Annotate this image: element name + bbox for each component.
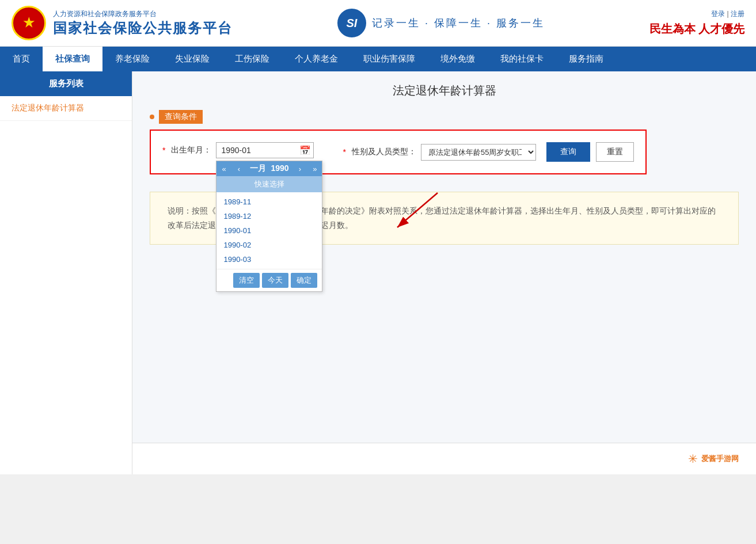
birth-field: * 出生年月： 📅 « ‹ <box>162 142 314 158</box>
birth-label: 出生年月： <box>171 145 211 155</box>
header-title: 国家社会保险公共服务平台 <box>53 19 233 37</box>
calendar-icon[interactable]: 📅 <box>299 145 311 156</box>
footer-brand: 爱酱手游网 <box>701 454 739 464</box>
nav-item-jinwaimianshui[interactable]: 境外免缴 <box>428 47 488 71</box>
dp-nav: « ‹ 一月 1990 › » <box>216 161 322 176</box>
dp-quick-select[interactable]: 快速选择 <box>216 176 322 192</box>
dp-confirm-btn[interactable]: 确定 <box>291 273 317 288</box>
header-right: 登录 | 注册 民生為本 人才優先 <box>649 9 744 37</box>
full-content: 法定退休年龄计算器 查询条件 * 出生年月： � <box>132 71 756 474</box>
query-button[interactable]: 查询 <box>546 142 590 162</box>
header-login: 登录 | 注册 <box>711 9 744 19</box>
form-area: * 出生年月： 📅 « ‹ <box>150 130 739 174</box>
dp-next-btn[interactable]: › <box>297 165 303 173</box>
title-block: 人力资源和社会保障政务服务平台 国家社会保险公共服务平台 <box>53 9 233 37</box>
action-btns: 查询 重置 <box>546 142 634 162</box>
gender-field: * 性别及人员类型： 原法定退休年龄55周岁女职工 原法定退休年龄60周岁男职工… <box>343 142 633 162</box>
dp-year-label: 1990 <box>271 163 288 174</box>
sidebar: 服务列表 法定退休年龄计算器 <box>0 71 132 474</box>
dp-month-label: 一月 <box>250 163 266 174</box>
dp-list-item-0[interactable]: 1989-11 <box>216 195 322 209</box>
nav-item-shebaocard[interactable]: 我的社保卡 <box>488 47 556 71</box>
main-nav: 首页 社保查询 养老保险 失业保险 工伤保险 个人养老金 职业伤害保障 境外免缴… <box>0 47 756 71</box>
gender-label: 性别及人员类型： <box>352 147 416 157</box>
header-left: ★ 人力资源和社会保障政务服务平台 国家社会保险公共服务平台 <box>12 6 233 40</box>
form-box: * 出生年月： 📅 « ‹ <box>150 130 647 174</box>
dp-list-item-2[interactable]: 1990-01 <box>216 223 322 238</box>
query-section-label: 查询条件 <box>150 110 739 124</box>
si-logo: SI <box>337 9 366 37</box>
sidebar-header: 服务列表 <box>0 71 132 96</box>
query-dot <box>150 115 154 119</box>
sidebar-item-calculator[interactable]: 法定退休年龄计算器 <box>0 96 132 121</box>
nav-item-zhiyeshanghai[interactable]: 职业伤害保障 <box>351 47 428 71</box>
date-picker-dropdown: « ‹ 一月 1990 › » 快 <box>216 161 322 292</box>
register-link[interactable]: 注册 <box>731 10 744 18</box>
required-star-birth: * <box>162 146 165 155</box>
page-title: 法定退休年龄计算器 <box>150 83 739 98</box>
dp-nav-title: 一月 1990 <box>250 163 288 174</box>
nav-item-home[interactable]: 首页 <box>0 47 43 71</box>
dp-next-next-btn[interactable]: » <box>311 165 318 173</box>
dp-list-item-3[interactable]: 1990-02 <box>216 238 322 252</box>
nav-item-shebao[interactable]: 社保查询 <box>43 47 102 71</box>
header-subtitle: 人力资源和社会保障政务服务平台 <box>53 9 233 19</box>
header-top: ★ 人力资源和社会保障政务服务平台 国家社会保险公共服务平台 SI 记录一生 ·… <box>0 0 756 46</box>
form-row: * 出生年月： 📅 « ‹ <box>162 142 634 162</box>
required-star-gender: * <box>343 147 345 157</box>
dp-list-item-4[interactable]: 1990-03 <box>216 252 322 267</box>
nav-item-gerenyangjin[interactable]: 个人养老金 <box>282 47 351 71</box>
query-section-title: 查询条件 <box>159 110 203 124</box>
dp-prev-prev-btn[interactable]: « <box>220 165 227 173</box>
header: ★ 人力资源和社会保障政务服务平台 国家社会保险公共服务平台 SI 记录一生 ·… <box>0 0 756 47</box>
dp-footer: 清空 今天 确定 <box>216 269 322 291</box>
dp-today-btn[interactable]: 今天 <box>262 273 288 288</box>
header-center: SI 记录一生 · 保障一生 · 服务一生 <box>337 9 545 37</box>
header-slogan: 记录一生 · 保障一生 · 服务一生 <box>372 16 545 30</box>
dp-list: 1989-11 1989-12 1990-01 1990-02 1990-03 <box>216 192 322 269</box>
nav-item-fuwuzhinan[interactable]: 服务指南 <box>556 47 616 71</box>
dp-list-item-1[interactable]: 1989-12 <box>216 209 322 223</box>
nav-item-shiyebx[interactable]: 失业保险 <box>162 47 222 71</box>
national-emblem: ★ <box>12 6 46 40</box>
dp-prev-btn[interactable]: ‹ <box>236 165 242 173</box>
content-area: 法定退休年龄计算器 查询条件 * 出生年月： � <box>132 71 756 443</box>
login-link[interactable]: 登录 <box>711 10 725 18</box>
footer-star-icon: ✳ <box>688 452 698 466</box>
footer-logo: ✳ 爱酱手游网 <box>688 452 739 466</box>
dp-clear-btn[interactable]: 清空 <box>233 273 260 288</box>
nav-item-gongshangbx[interactable]: 工伤保险 <box>222 47 282 71</box>
nav-item-yanglaobx[interactable]: 养老保险 <box>102 47 162 71</box>
header-motto: 民生為本 人才優先 <box>649 21 744 37</box>
gender-select[interactable]: 原法定退休年龄55周岁女职工 原法定退休年龄60周岁男职工 原法定退休年龄50周… <box>421 144 536 161</box>
footer: ✳ 爱酱手游网 <box>132 443 756 474</box>
reset-button[interactable]: 重置 <box>596 142 634 162</box>
main-layout: 服务列表 法定退休年龄计算器 法定退休年龄计算器 查询条件 * 出生年月： <box>0 71 756 474</box>
date-input-wrapper: 📅 « ‹ 一月 1990 <box>216 142 314 158</box>
